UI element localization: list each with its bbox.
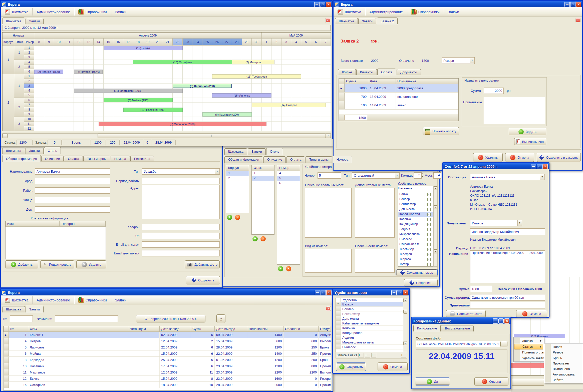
gantt-day-apr-15[interactable]: 15: [104, 39, 114, 46]
amenity-checkbox-cell[interactable]: [425, 227, 433, 232]
checkbox-icon[interactable]: [427, 243, 431, 246]
gantt-room-0-1[interactable]: 1: [24, 46, 34, 50]
contact-table[interactable]: Имя Телефон: [5, 221, 106, 259]
amenity-row-Колонка[interactable]: Колонка: [398, 217, 433, 222]
work-period-input[interactable]: [142, 178, 220, 184]
cancel-button[interactable]: ✕Отмена: [505, 153, 534, 162]
invoice-note-input[interactable]: [470, 302, 545, 308]
status-option-проживает[interactable]: Проживает: [545, 360, 582, 366]
gantt-bar[interactable]: (15) Янченко: [212, 93, 271, 98]
beds-count-stepper[interactable]: 4: [433, 172, 441, 179]
main-titlebar[interactable]: Берега — □ ✕: [1, 1, 332, 7]
amenities-cancel-button[interactable]: ✕Отмена: [378, 362, 408, 371]
request-row-1[interactable]: ▸1Клиент 102.04.2009609.04.200914000Анну…: [4, 332, 331, 338]
minimize-button[interactable]: —: [493, 318, 498, 324]
menu-item-заявка[interactable]: Заявка▶: [514, 338, 543, 344]
copy-titlebar[interactable]: Копирование данных — □ ✕: [412, 317, 510, 324]
checkbox-icon[interactable]: [427, 218, 431, 221]
gantt-room-1-3[interactable]: 3: [24, 84, 34, 88]
gantt-room-0-6[interactable]: 6: [24, 69, 34, 74]
maximize-button[interactable]: □: [320, 2, 325, 7]
maximize-button[interactable]: □: [537, 164, 542, 169]
filter-surname-input[interactable]: [55, 315, 118, 322]
requests-col-Чего ждем[interactable]: Чего ждем: [128, 326, 160, 332]
korpus-list[interactable]: Корпус12: [226, 165, 249, 213]
checkbox-icon[interactable]: [427, 263, 431, 266]
checkbox-icon[interactable]: ✓: [427, 253, 431, 256]
tab-жиль-[interactable]: Жильё: [338, 69, 356, 75]
combo-arrow-icon[interactable]: ▼: [470, 58, 474, 63]
toolbar-item-1[interactable]: Шахматка: [1, 7, 32, 17]
status-option-резерв[interactable]: Резерв: [545, 349, 582, 355]
price-note-textarea[interactable]: [484, 97, 545, 124]
gantt-day-apr-28[interactable]: 28: [232, 39, 242, 46]
amenity-checkbox-cell[interactable]: ✓: [425, 192, 433, 197]
nomer-list[interactable]: Номер456: [277, 165, 300, 265]
prev-record-icon[interactable]: ‹: [371, 353, 376, 357]
checkbox-icon[interactable]: ✓: [427, 248, 431, 251]
next-record-icon[interactable]: ›: [401, 353, 406, 357]
gantt-day-apr-13[interactable]: 13: [84, 39, 94, 46]
gantt-day-may-3[interactable]: 3: [281, 39, 292, 46]
tab-шахматка[interactable]: Шахматка: [335, 18, 358, 24]
toolbar-item-4[interactable]: Заявки: [444, 7, 463, 17]
gantt-day-apr-9[interactable]: 9: [44, 39, 54, 46]
scroll-left-icon[interactable]: ‹: [3, 134, 8, 138]
tab-шахматка[interactable]: Шахматка: [2, 148, 25, 154]
set-price-button[interactable]: ✓Задать: [509, 128, 546, 135]
browse-button[interactable]: …: [500, 341, 507, 347]
dialog-amenity-row[interactable]: Микроволновая печь: [336, 340, 403, 345]
amenities-list[interactable]: Удобства▸БалконБойлерВентиляторДоп. мест…: [336, 298, 403, 352]
tab-номера[interactable]: Номера: [333, 156, 352, 163]
invoice-titlebar[interactable]: Счет №2-7 от 22 апреля 2009 г. — □ ✕: [443, 163, 549, 169]
amenity-checkbox-cell[interactable]: ✓: [425, 252, 433, 257]
gantt-room-0-3[interactable]: 3: [24, 55, 34, 60]
amenity-row-Тостер[interactable]: Тостер: [398, 262, 433, 267]
gantt-hscrollbar[interactable]: ‹ ║ ›: [2, 133, 331, 138]
rooms-stepper-arrows-icon[interactable]: ▲▼: [422, 172, 423, 178]
amenity-row-Доп. места[interactable]: Доп. места: [398, 207, 433, 212]
purpose-textarea[interactable]: Проживание в гостинице 31.03.2009 - 10.0…: [470, 250, 545, 283]
edit-contact-button[interactable]: ✎Редактировать: [40, 260, 74, 268]
room-type-combo[interactable]: Стандартный▼: [352, 172, 400, 179]
filter-num-input[interactable]: [10, 315, 33, 322]
dialog-amenity-row[interactable]: Колонка: [336, 326, 403, 330]
words-input[interactable]: [470, 294, 545, 301]
menu-item-принять-оплату[interactable]: Принять оплату: [514, 349, 543, 355]
list-item[interactable]: 4: [277, 171, 300, 176]
requests-col-ФИО[interactable]: ФИО: [28, 326, 128, 332]
tab-заявки[interactable]: Заявки: [248, 148, 266, 155]
gantt-bar[interactable]: (14) Назаров: [252, 103, 326, 107]
address-textarea[interactable]: [142, 185, 220, 219]
amenity-checkbox-cell[interactable]: [425, 197, 433, 202]
etazh-list[interactable]: Этаж12: [251, 165, 274, 235]
add-etazh-button[interactable]: +: [252, 236, 258, 241]
gantt-day-may-6[interactable]: 6: [311, 39, 321, 46]
amenities-dialog-scrollbar[interactable]: ▲≡▼: [403, 298, 407, 352]
district-input[interactable]: [35, 187, 110, 194]
tab-клиенты[interactable]: Клиенты: [356, 69, 377, 75]
gantt-day-apr-20[interactable]: 20: [153, 39, 163, 46]
menu-item-удалить-заявку[interactable]: Удалить заявку: [514, 355, 543, 361]
delete-korpus-button[interactable]: ✕: [235, 215, 240, 220]
amenity-checkbox-cell[interactable]: [425, 207, 433, 212]
accept-payment-button[interactable]: Принять оплату: [423, 127, 459, 135]
amenity-row-Вентилятор[interactable]: Вентилятор: [398, 202, 433, 207]
maximize-button[interactable]: □: [570, 2, 575, 7]
list-item[interactable]: 1: [226, 171, 249, 176]
email-contact-input[interactable]: [142, 241, 220, 248]
status-option-забито[interactable]: Забито: [545, 377, 582, 382]
hotel-type-combo[interactable]: Усадьба▼: [142, 168, 220, 175]
checkbox-icon[interactable]: ✓: [427, 213, 431, 216]
gantt-day-apr-21[interactable]: 21: [163, 39, 173, 46]
tab-заявка-2[interactable]: Заявка 2: [377, 18, 398, 24]
scroll-thumb[interactable]: ║: [98, 134, 326, 138]
status-option-аннулирована[interactable]: Аннулирована: [545, 371, 582, 377]
gantt-room-1-12[interactable]: 12: [24, 126, 34, 131]
gantt-day-apr-17[interactable]: 17: [123, 39, 133, 46]
issue-invoice-button[interactable]: Выписать счет: [514, 138, 546, 145]
gantt-room-1-7[interactable]: 7: [24, 103, 34, 107]
dialog-amenity-row[interactable]: Вентилятор: [336, 311, 403, 316]
room-view-textarea[interactable]: [305, 249, 352, 273]
toolbar-item-3[interactable]: Справочники: [74, 295, 111, 305]
